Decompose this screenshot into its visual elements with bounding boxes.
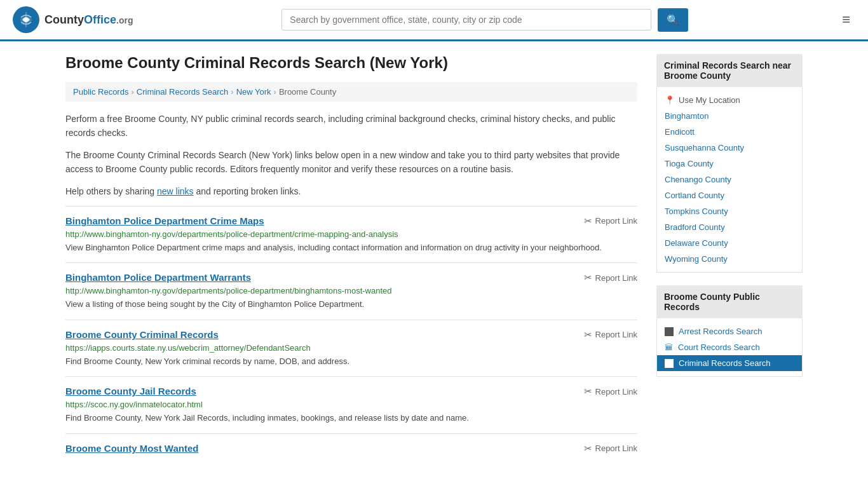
pub-records-link[interactable]: 🏛 Court Records Search xyxy=(665,342,794,352)
description-3: Help others by sharing new links and rep… xyxy=(65,184,637,198)
result-title[interactable]: Broome County Most Wanted xyxy=(65,443,198,454)
breadcrumb: Public Records › Criminal Records Search… xyxy=(65,82,637,102)
breadcrumb-sep-2: › xyxy=(231,87,233,97)
nearby-section-title: Criminal Records Search near Broome Coun… xyxy=(656,54,803,87)
result-item: Broome County Criminal Records ✂ Report … xyxy=(65,320,637,377)
description-2: The Broome County Criminal Records Searc… xyxy=(65,148,637,177)
report-link[interactable]: ✂ Report Link xyxy=(584,386,637,397)
result-title[interactable]: Broome County Criminal Records xyxy=(65,329,219,340)
nearby-link-item[interactable]: Tioga County xyxy=(657,156,802,172)
nearby-link[interactable]: Bradford County xyxy=(665,222,794,232)
nearby-link[interactable]: Delaware County xyxy=(665,238,794,248)
page-title: Broome County Criminal Records Search (N… xyxy=(65,54,637,72)
nearby-link-item[interactable]: Bradford County xyxy=(657,219,802,235)
report-link[interactable]: ✂ Report Link xyxy=(584,272,637,283)
breadcrumb-sep-3: › xyxy=(274,87,276,97)
new-links-link[interactable]: new links xyxy=(157,186,194,196)
breadcrumb-new-york[interactable]: New York xyxy=(236,87,271,97)
court-records-icon: 🏛 xyxy=(665,342,673,352)
result-title-row: Binghamton Police Department Crime Maps … xyxy=(65,215,637,227)
nearby-link[interactable]: Tioga County xyxy=(665,159,794,168)
nearby-link-item[interactable]: Cortland County xyxy=(657,187,802,203)
nearby-link[interactable]: Tompkins County xyxy=(665,207,794,216)
breadcrumb-criminal-records[interactable]: Criminal Records Search xyxy=(137,87,229,97)
result-item: Broome County Jail Records ✂ Report Link… xyxy=(65,376,637,433)
result-url: https://scoc.ny.gov/inmatelocator.html xyxy=(65,400,637,409)
result-title[interactable]: Binghamton Police Department Warrants xyxy=(65,272,251,283)
desc3-prefix: Help others by sharing xyxy=(65,186,157,196)
nearby-link-item[interactable]: Endicott xyxy=(657,124,802,140)
result-title-row: Broome County Most Wanted ✂ Report Link xyxy=(65,443,637,454)
result-url: http://www.binghamton-ny.gov/departments… xyxy=(65,286,637,295)
description-1: Perform a free Broome County, NY public … xyxy=(65,112,637,140)
report-icon: ✂ xyxy=(584,272,592,283)
result-title[interactable]: Broome County Jail Records xyxy=(65,386,196,396)
result-url: http://www.binghamton-ny.gov/departments… xyxy=(65,229,637,239)
sidebar: Criminal Records Search near Broome Coun… xyxy=(656,54,803,466)
report-link[interactable]: ✂ Report Link xyxy=(584,443,637,454)
result-item: Broome County Most Wanted ✂ Report Link xyxy=(65,433,637,466)
result-title-row: Binghamton Police Department Warrants ✂ … xyxy=(65,272,637,283)
result-title[interactable]: Binghamton Police Department Crime Maps xyxy=(65,215,264,226)
search-icon: 🔍 xyxy=(667,15,679,25)
nearby-link[interactable]: Binghamton xyxy=(665,111,794,121)
breadcrumb-current: Broome County xyxy=(279,87,336,97)
report-link[interactable]: ✂ Report Link xyxy=(584,215,637,227)
result-desc: Find Broome County, New York criminal re… xyxy=(65,355,637,368)
search-input[interactable] xyxy=(281,9,651,30)
results-list: Binghamton Police Department Crime Maps … xyxy=(65,206,637,466)
report-link[interactable]: ✂ Report Link xyxy=(584,329,637,341)
pub-records-link[interactable]: Criminal Records Search xyxy=(665,358,794,368)
arrest-records-icon xyxy=(665,327,674,336)
header: CountyOffice.org 🔍 ≡ xyxy=(0,0,868,41)
logo-area: CountyOffice.org xyxy=(13,6,133,33)
result-desc: View Binghamton Police Department crime … xyxy=(65,241,637,254)
nearby-link[interactable]: Endicott xyxy=(665,127,794,137)
result-url: https://iapps.courts.state.ny.us/webcrim… xyxy=(65,343,637,353)
breadcrumb-public-records[interactable]: Public Records xyxy=(73,87,128,97)
menu-button[interactable]: ≡ xyxy=(837,9,855,30)
nearby-link-item[interactable]: Binghamton xyxy=(657,108,802,124)
use-location-link[interactable]: 📍 Use My Location xyxy=(665,95,794,105)
result-title-row: Broome County Jail Records ✂ Report Link xyxy=(65,386,637,397)
nearby-link[interactable]: Susquehanna County xyxy=(665,143,794,152)
main-content: Broome County Criminal Records Search (N… xyxy=(65,54,637,466)
nearby-link-item[interactable]: Susquehanna County xyxy=(657,140,802,156)
nearby-link-item[interactable]: Wyoming County xyxy=(657,251,802,267)
criminal-records-icon xyxy=(665,359,674,368)
report-icon: ✂ xyxy=(584,386,592,397)
logo-text: CountyOffice.org xyxy=(44,13,133,27)
desc3-suffix: and reporting broken links. xyxy=(194,186,301,196)
public-records-section-title: Broome County Public Records xyxy=(656,285,803,318)
nearby-link[interactable]: Chenango County xyxy=(665,175,794,184)
result-item: Binghamton Police Department Crime Maps … xyxy=(65,206,637,263)
nearby-link-item[interactable]: Delaware County xyxy=(657,235,802,251)
search-bar-area: 🔍 xyxy=(281,8,688,32)
breadcrumb-sep-1: › xyxy=(131,87,133,97)
pub-records-link-item[interactable]: 🏛 Court Records Search xyxy=(657,339,802,355)
nearby-link-item[interactable]: Chenango County xyxy=(657,172,802,187)
public-records-links-list: Arrest Records Search🏛 Court Records Sea… xyxy=(656,318,803,377)
pin-icon: 📍 xyxy=(665,95,675,105)
nearby-links-list: 📍 Use My Location BinghamtonEndicottSusq… xyxy=(656,87,803,273)
pub-records-link-item[interactable]: Criminal Records Search xyxy=(657,355,802,371)
report-icon: ✂ xyxy=(584,329,592,341)
result-title-row: Broome County Criminal Records ✂ Report … xyxy=(65,329,637,341)
nearby-link[interactable]: Wyoming County xyxy=(665,254,794,264)
hamburger-icon: ≡ xyxy=(842,11,850,27)
nearby-link-item[interactable]: Tompkins County xyxy=(657,203,802,219)
result-desc: Find Broome County, New York Jail Record… xyxy=(65,412,637,424)
pub-records-link[interactable]: Arrest Records Search xyxy=(665,327,794,336)
result-desc: View a listing of those being sought by … xyxy=(65,298,637,311)
search-button[interactable]: 🔍 xyxy=(658,8,688,32)
nearby-link[interactable]: Cortland County xyxy=(665,191,794,200)
use-location-item[interactable]: 📍 Use My Location xyxy=(657,92,802,108)
report-icon: ✂ xyxy=(584,443,592,454)
page-wrapper: Broome County Criminal Records Search (N… xyxy=(53,41,815,478)
result-item: Binghamton Police Department Warrants ✂ … xyxy=(65,262,637,320)
report-icon: ✂ xyxy=(584,215,592,227)
pub-records-link-item[interactable]: Arrest Records Search xyxy=(657,323,802,339)
logo-icon xyxy=(13,6,39,33)
